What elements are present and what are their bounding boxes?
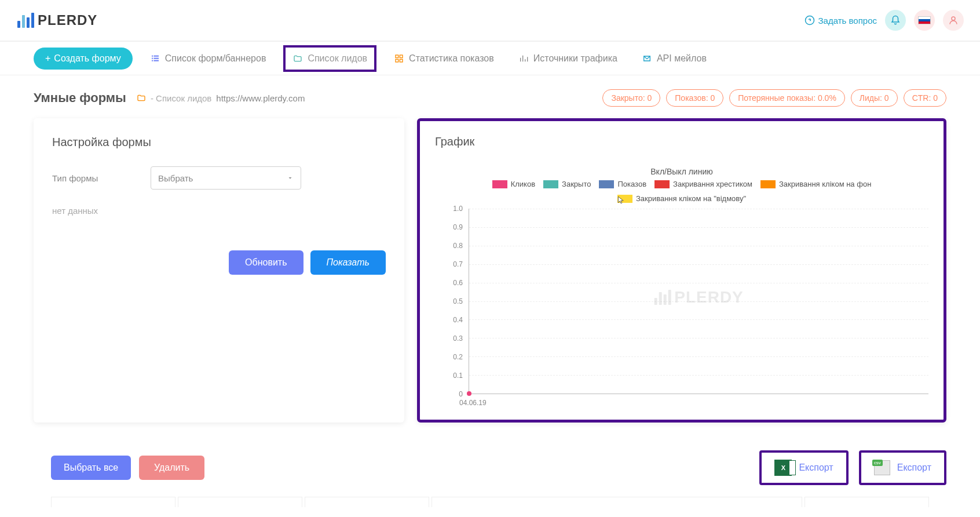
swatch-shows bbox=[599, 180, 614, 188]
y-tick: 1.0 bbox=[453, 205, 463, 213]
y-tick: 0.7 bbox=[453, 260, 463, 268]
tab-leads-list[interactable]: Список лидов bbox=[283, 45, 376, 72]
show-button[interactable]: Показать bbox=[310, 250, 386, 275]
pill-leads: Лиды: 0 bbox=[851, 89, 898, 107]
svg-rect-3 bbox=[153, 55, 159, 56]
page-title: Умные формы bbox=[34, 90, 126, 105]
svg-rect-6 bbox=[152, 60, 153, 61]
breadcrumb-url: https://www.plerdy.com bbox=[216, 93, 305, 103]
create-form-button[interactable]: + Создать форму bbox=[34, 48, 133, 70]
page-header-left: Умные формы - Список лидов https://www.p… bbox=[34, 90, 305, 105]
update-button[interactable]: Обновить bbox=[229, 250, 303, 275]
tab-stats[interactable]: Статистика показов bbox=[387, 48, 501, 70]
bell-icon bbox=[890, 15, 901, 26]
legend-close-cancel[interactable]: Закривання кліком на "відмову" bbox=[617, 194, 746, 203]
y-tick: 0.1 bbox=[453, 372, 463, 380]
plus-icon: + bbox=[45, 53, 50, 64]
create-form-label: Создать форму bbox=[54, 53, 120, 64]
tab-api-mail[interactable]: API мейлов bbox=[635, 48, 714, 70]
breadcrumb: - Список лидов https://www.plerdy.com bbox=[137, 93, 305, 103]
swatch-clicks bbox=[492, 180, 507, 188]
tab-traffic-sources-label: Источники трафика bbox=[533, 53, 617, 64]
grid-icon bbox=[394, 53, 404, 64]
legend-clicks[interactable]: Кликов bbox=[492, 180, 535, 188]
csv-icon bbox=[874, 460, 890, 475]
chevron-down-icon bbox=[287, 174, 294, 181]
swatch-close-bg bbox=[760, 180, 776, 188]
bottom-row: Выбрать все Удалить X Експорт Експорт bbox=[0, 423, 980, 485]
delete-button[interactable]: Удалить bbox=[139, 456, 204, 480]
bottom-right-exports: X Експорт Експорт bbox=[759, 450, 946, 485]
y-tick: 0.5 bbox=[453, 297, 463, 305]
tab-api-mail-label: API мейлов bbox=[657, 53, 707, 64]
excel-icon: X bbox=[774, 460, 792, 476]
flag-ru-icon bbox=[918, 16, 931, 24]
brand-logo[interactable]: PLERDY bbox=[17, 12, 97, 28]
svg-rect-8 bbox=[396, 55, 398, 58]
data-point-0 bbox=[467, 391, 471, 396]
table-header-placeholder bbox=[0, 485, 980, 507]
tab-forms-list-label: Список форм/баннеров bbox=[165, 53, 266, 64]
tab-stats-label: Статистика показов bbox=[409, 53, 494, 64]
chart-plot: PLERDY bbox=[469, 209, 928, 394]
legend-clicks-label: Кликов bbox=[511, 180, 535, 188]
app-header: PLERDY Задать вопрос bbox=[0, 0, 980, 42]
y-tick: 0.6 bbox=[453, 279, 463, 287]
y-tick: 0.2 bbox=[453, 353, 463, 361]
export-excel-label: Експорт bbox=[799, 463, 833, 473]
settings-title: Настройка формы bbox=[52, 136, 386, 149]
svg-rect-5 bbox=[153, 57, 159, 59]
bottom-left-actions: Выбрать все Удалить bbox=[51, 456, 204, 480]
ask-question-link[interactable]: Задать вопрос bbox=[805, 15, 877, 26]
pill-ctr: CTR: 0 bbox=[904, 89, 946, 107]
ask-question-label: Задать вопрос bbox=[818, 16, 877, 26]
form-type-select[interactable]: Выбрать bbox=[151, 166, 301, 190]
pill-shows: Показов: 0 bbox=[666, 89, 723, 107]
chart-panel: График Вкл/Выкл линию Кликов Закрыто Пок… bbox=[417, 118, 946, 423]
swatch-close-cancel bbox=[617, 195, 632, 203]
y-tick: 0.4 bbox=[453, 316, 463, 324]
tab-traffic-sources[interactable]: Источники трафика bbox=[511, 48, 624, 70]
select-value: Выбрать bbox=[158, 173, 193, 183]
svg-rect-4 bbox=[152, 57, 153, 59]
swatch-close-x bbox=[654, 180, 670, 188]
brand-text: PLERDY bbox=[38, 12, 97, 28]
user-button[interactable] bbox=[943, 10, 964, 31]
settings-panel: Настройка формы Тип формы Выбрать нет да… bbox=[34, 118, 404, 423]
legend-close-bg-label: Закривання кліком на фон bbox=[779, 180, 871, 188]
main-columns: Настройка формы Тип формы Выбрать нет да… bbox=[0, 114, 980, 423]
pill-closed: Закрыто: 0 bbox=[602, 89, 660, 107]
list-icon bbox=[150, 53, 160, 64]
question-icon bbox=[805, 15, 815, 26]
x-tick-0: 04.06.19 bbox=[459, 399, 487, 407]
chart-legend: Вкл/Выкл линию Кликов Закрыто Показов За… bbox=[435, 167, 928, 203]
tab-forms-list[interactable]: Список форм/баннеров bbox=[143, 48, 273, 70]
pill-lost-shows: Потерянные показы: 0.0% bbox=[729, 89, 845, 107]
stats-pills: Закрыто: 0 Показов: 0 Потерянные показы:… bbox=[602, 89, 946, 107]
y-axis: 1.0 0.9 0.8 0.7 0.6 0.5 0.4 0.3 0.2 0.1 … bbox=[449, 209, 466, 406]
folder-icon bbox=[292, 53, 303, 64]
export-csv-button[interactable]: Експорт bbox=[859, 450, 946, 485]
svg-rect-11 bbox=[400, 59, 403, 62]
svg-rect-10 bbox=[396, 59, 398, 62]
notifications-button[interactable] bbox=[885, 10, 906, 31]
tab-leads-list-label: Список лидов bbox=[308, 53, 367, 64]
select-all-button[interactable]: Выбрать все bbox=[51, 456, 131, 480]
legend-shows[interactable]: Показов bbox=[599, 180, 646, 188]
export-excel-button[interactable]: X Експорт bbox=[759, 450, 848, 485]
watermark-text: PLERDY bbox=[674, 288, 744, 307]
breadcrumb-leads: - Список лидов bbox=[151, 93, 211, 103]
legend-row-1: Кликов Закрыто Показов Закривання хрести… bbox=[435, 180, 928, 188]
logo-bars-icon bbox=[17, 13, 34, 28]
legend-row-2: Закривання кліком на "відмову" bbox=[435, 194, 928, 203]
legend-closed[interactable]: Закрыто bbox=[543, 180, 591, 188]
no-data-text: нет данных bbox=[52, 206, 386, 216]
legend-close-bg[interactable]: Закривання кліком на фон bbox=[760, 180, 871, 188]
tabs-row: + Создать форму Список форм/баннеров Спи… bbox=[0, 42, 980, 75]
language-button[interactable] bbox=[914, 10, 935, 31]
settings-buttons: Обновить Показать bbox=[52, 250, 386, 275]
export-csv-label: Експорт bbox=[897, 463, 931, 473]
form-type-label: Тип формы bbox=[52, 173, 122, 183]
legend-close-x[interactable]: Закривання хрестиком bbox=[654, 180, 752, 188]
chart-title: График bbox=[435, 135, 928, 148]
